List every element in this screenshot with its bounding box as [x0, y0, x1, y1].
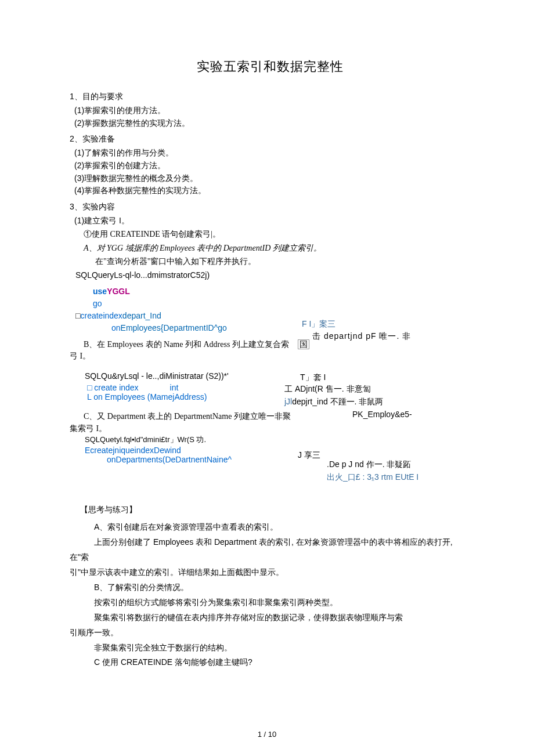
code-block-a: useYGGL go □createindexdepart_Ind onEmpl… [70, 285, 470, 334]
kw-create-b: □ create index [87, 383, 139, 392]
code-c-label: SQLQuetyl.fql▪ld"dmini£tr」Wr(S 功. [70, 434, 470, 446]
think-a1: A、索引创建后在对象资源管理器中查看表的索引。 [70, 520, 470, 535]
address-ident: Address) [174, 392, 207, 401]
sn-b3-prefix: jJl [284, 397, 292, 406]
code-a-l4: onEmployees{DepartmentID^go [111, 322, 470, 334]
side-note-c3: 出火_口£ : 3₁3 rtm EUtE I [327, 471, 418, 484]
think-c1: C 使用 CREATEINDE 落句能够创建主键吗? [70, 655, 470, 670]
side-note-c2: .De p J nd 作一. 非疑跖 [327, 458, 411, 472]
kw-use: use [93, 287, 107, 296]
int-ident: int [170, 383, 179, 392]
code-b-l2: L on Employees (MamejAddress) [87, 392, 470, 401]
employees-ident: Employees{DepartmentID^go [121, 323, 227, 332]
code-a-l2: go [93, 298, 470, 310]
code-a-l3: □createindexdepart_Ind [75, 310, 470, 322]
kw-createindex: createindex [80, 311, 122, 320]
side-note-b2: 工 ADjnt(R 售一. 非意匐 [284, 382, 371, 396]
kw-on: on [111, 323, 121, 332]
page-title: 实验五索引和数据完整性 [70, 58, 470, 75]
think-b1: B、了解索引的分类情况。 [70, 580, 470, 595]
sn-b3-text: depjrt_ind 不踵一. 非鼠两 [292, 397, 383, 406]
side-note-b4: PK_Employ&e5- [352, 408, 412, 422]
s2-item-4: (4)掌握各种数据完整性的实现方法。 [70, 185, 470, 197]
code-c-l1: EcreatejniqueindexDewind [85, 446, 470, 455]
code-a-label: SQLQueryLs-ql-lo...dmimstratorC52j) [70, 269, 470, 281]
s3-A-note: 在"查询分析器"窗口中输入如下程序并执行。 [70, 255, 470, 269]
think-b3: 聚集索引将数据行的键值在表内排序并存储对应的数据记录，使得数据表物理顺序与索 [70, 610, 470, 625]
section-2-head: 2、实验准备 [70, 134, 470, 144]
sn-a1-text: F I」案三 [302, 319, 335, 328]
code-a-l1: useYGGL [93, 285, 470, 298]
page-footer: 1 / 10 [0, 730, 534, 739]
s3-B-line2: 弓 I。 [70, 351, 470, 361]
code-b-l2a: L on Employees (Mamej [87, 392, 174, 401]
thinking-head: 【思考与练习】 [70, 505, 470, 515]
s3-A-line: A、对 YGG 域据库的 Employees 表中的 DepartmentID … [70, 241, 470, 255]
s1-item-1: (1)掌握索引的使用方法。 [70, 104, 470, 117]
think-a3: 引"中显示该表中建立的索引。详细结果如上面截图中显示。 [70, 565, 470, 580]
s3-B-line: B、在 Employees 表的 Name 列和 Address 列上建立复合索 [70, 340, 289, 349]
code-b-label: SQLQu&ryLsql - le..,diMinistratar (S2))*… [70, 370, 470, 382]
s3-C-line2: 集索弓 I。 [70, 424, 470, 434]
s2-item-1: (1)了解索引的作用与分类。 [70, 147, 470, 160]
s3-item-1: (1)建立索弓 I。 [70, 215, 470, 227]
s2-item-2: (2)掌握索引的创建方法。 [70, 160, 470, 172]
side-note-b3: jJldepjrt_ind 不踵一. 非鼠两 [284, 395, 383, 409]
sn-c3-text: 出火_口£ : 3₁3 rtm EUtE I [327, 472, 418, 482]
think-a2: 上面分别创建了 Employees 表和 Department 表的索引, 在对… [70, 535, 470, 565]
think-b5: 非聚集索引完全独立于数据行的结构。 [70, 641, 470, 656]
box-guo: 国 [298, 339, 309, 349]
code-c-l2: onDepartments(DeDartnentNaine^ [85, 455, 470, 464]
s3-step-1: ①使用 CREATEINDE 语句创建索弓|。 [70, 227, 470, 241]
s1-item-2: (2)掌握数据完整性的实现方法。 [70, 117, 470, 130]
depart-ind-ident: depart_Ind [122, 311, 161, 320]
code-b-l1: □ create index int [87, 383, 470, 392]
s2-item-3: (3)理解数据完整性的概念及分类。 [70, 172, 470, 185]
think-b2: 按索引的组织方式能够将索引分为聚集索引和非聚集索引两种类型。 [70, 595, 470, 610]
section-1-head: 1、目的与要求 [70, 92, 470, 102]
side-note-c1: J 享三 [298, 448, 320, 462]
yggl-ident: YGGL [107, 287, 130, 296]
section-3-head: 3、实验内容 [70, 202, 470, 212]
think-b4: 引顺序一致。 [70, 625, 470, 641]
code-block-b: □ create index int L on Employees (Mamej… [70, 383, 470, 401]
